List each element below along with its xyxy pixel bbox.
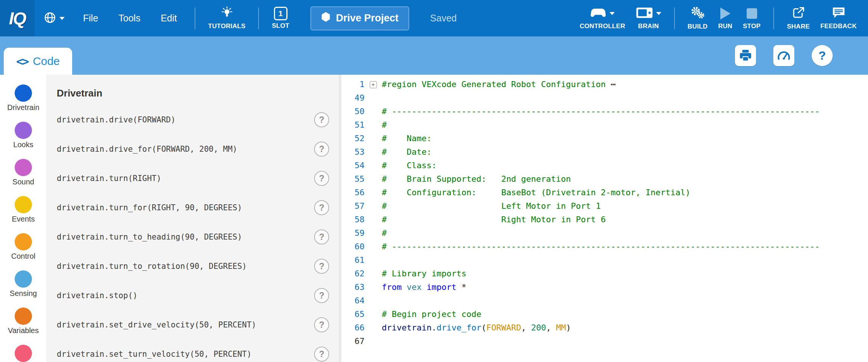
main-content: Drivetrain Looks Sound Events Control Se… — [0, 75, 868, 362]
command-item[interactable]: drivetrain.turn_to_heading(90, DEGREES) … — [47, 222, 339, 252]
command-item[interactable]: drivetrain.set_turn_velocity(50, PERCENT… — [47, 339, 339, 362]
device-dashboard-button[interactable] — [773, 45, 794, 66]
sidebar-item-events[interactable]: Events — [0, 196, 47, 223]
line-number: 58 — [341, 213, 364, 226]
brain-button[interactable]: BRAIN — [631, 6, 667, 30]
sidebar-item-sound[interactable]: Sound — [0, 159, 47, 186]
print-button[interactable] — [735, 45, 756, 66]
code-text: # — [382, 226, 387, 240]
tab-actions: ? — [735, 45, 833, 66]
fold-gutter: + — [364, 78, 382, 91]
line-number: 67 — [341, 335, 364, 348]
command-item[interactable]: drivetrain.drive(FORWARD) ? — [47, 105, 339, 134]
command-item[interactable]: drivetrain.turn_for(RIGHT, 90, DEGREES) … — [47, 193, 339, 222]
command-help-button[interactable]: ? — [314, 171, 329, 186]
category-color-icon[interactable] — [15, 308, 32, 325]
fold-toggle-icon[interactable]: + — [370, 81, 377, 88]
command-help-button[interactable]: ? — [314, 142, 329, 157]
category-color-icon[interactable] — [15, 122, 32, 139]
top-menu-bar: IQ File Tools Edit TUTORIALS — [0, 0, 868, 36]
language-selector[interactable] — [44, 11, 65, 26]
code-text: # Configuration: BaseBot (Drivetrain 2-m… — [382, 186, 690, 199]
code-line[interactable]: 50 # -----------------------------------… — [341, 105, 868, 118]
command-text: drivetrain.drive(FORWARD) — [57, 115, 175, 124]
category-label: Variables — [8, 326, 39, 335]
sidebar-item-sensing[interactable]: Sensing — [0, 270, 47, 298]
feedback-button[interactable]: FEEDBACK — [815, 6, 862, 30]
stop-button[interactable]: STOP — [738, 6, 766, 30]
code-line[interactable]: 57 # Left Motor in Port 1 — [341, 199, 868, 213]
code-text: # Library imports — [382, 267, 466, 281]
command-item[interactable]: drivetrain.turn_to_rotation(90, DEGREES)… — [47, 252, 339, 281]
code-line[interactable]: 64 — [341, 294, 868, 308]
code-line[interactable]: 63 from vex import * — [341, 281, 868, 294]
code-line[interactable]: 1 + #region VEXcode Generated Robot Conf… — [341, 78, 868, 91]
share-button[interactable]: SHARE — [782, 6, 815, 30]
line-number: 62 — [341, 267, 364, 281]
command-help-button[interactable]: ? — [314, 259, 329, 274]
command-item[interactable]: drivetrain.turn(RIGHT) ? — [47, 164, 339, 193]
sidebar-item-looks[interactable]: Looks — [0, 122, 47, 149]
controller-button[interactable]: CONTROLLER — [575, 6, 631, 30]
category-color-icon[interactable] — [15, 159, 32, 176]
code-line[interactable]: 55 # Brain Supported: 2nd generation — [341, 172, 868, 186]
menu-file[interactable]: File — [73, 13, 108, 24]
project-name-button[interactable]: Drive Project — [310, 6, 409, 30]
command-help-button[interactable]: ? — [314, 317, 329, 332]
code-text: # Name: — [382, 132, 431, 145]
command-item[interactable]: drivetrain.set_drive_velocity(50, PERCEN… — [47, 310, 339, 339]
command-help-button[interactable]: ? — [314, 112, 329, 127]
command-text: drivetrain.turn(RIGHT) — [57, 174, 161, 183]
sidebar-item-drivetrain[interactable]: Drivetrain — [0, 84, 47, 112]
sidebar-item-variables[interactable]: Variables — [0, 308, 47, 335]
code-editor[interactable]: 1 + #region VEXcode Generated Robot Conf… — [341, 75, 868, 362]
category-color-icon[interactable] — [15, 270, 32, 288]
code-line[interactable]: 52 # Name: — [341, 132, 868, 145]
menu-edit[interactable]: Edit — [151, 13, 187, 24]
category-color-icon[interactable] — [15, 84, 32, 102]
code-text: # --------------------------------------… — [382, 105, 820, 118]
category-label: Events — [12, 215, 35, 223]
code-line[interactable]: 58 # Right Motor in Port 6 — [341, 213, 868, 226]
code-line[interactable]: 49 — [341, 91, 868, 105]
command-help-button[interactable]: ? — [314, 288, 329, 303]
command-help-button[interactable]: ? — [314, 229, 329, 244]
controller-label: CONTROLLER — [580, 23, 625, 30]
run-button[interactable]: RUN — [713, 6, 738, 30]
line-number: 63 — [341, 281, 364, 294]
code-line[interactable]: 61 — [341, 253, 868, 267]
fold-gutter — [364, 240, 382, 253]
code-line[interactable]: 67 — [341, 335, 868, 348]
code-text: # Left Motor in Port 1 — [382, 199, 601, 213]
help-button[interactable]: ? — [812, 45, 833, 66]
command-text: drivetrain.turn_to_rotation(90, DEGREES) — [57, 262, 247, 271]
sidebar-item-control[interactable]: Control — [0, 233, 47, 261]
slot-selector[interactable]: 1 SLOT — [266, 7, 295, 30]
fold-gutter — [364, 226, 382, 240]
line-number: 1 — [341, 78, 364, 91]
menu-tools[interactable]: Tools — [108, 13, 150, 24]
code-line[interactable]: 60 # -----------------------------------… — [341, 240, 868, 253]
category-color-icon[interactable] — [15, 233, 32, 250]
sidebar-category[interactable] — [0, 345, 47, 362]
code-line[interactable]: 51 # — [341, 118, 868, 132]
category-color-icon[interactable] — [15, 196, 32, 213]
category-color-icon[interactable] — [15, 345, 32, 362]
tutorials-button[interactable]: TUTORIALS — [203, 6, 251, 30]
command-help-button[interactable]: ? — [314, 200, 329, 215]
code-line[interactable]: 65 # Begin project code — [341, 308, 868, 321]
tab-code[interactable]: <> Code — [4, 48, 72, 75]
command-help-button[interactable]: ? — [314, 347, 329, 362]
code-line[interactable]: 53 # Date: — [341, 145, 868, 159]
command-text: drivetrain.turn_for(RIGHT, 90, DEGREES) — [57, 203, 242, 212]
play-icon — [720, 8, 730, 20]
code-line[interactable]: 56 # Configuration: BaseBot (Drivetrain … — [341, 186, 868, 199]
fold-gutter — [364, 186, 382, 199]
code-line[interactable]: 54 # Class: — [341, 159, 868, 172]
command-item[interactable]: drivetrain.stop() ? — [47, 281, 339, 310]
build-button[interactable]: BUILD — [682, 6, 713, 30]
code-line[interactable]: 62 # Library imports — [341, 267, 868, 281]
command-item[interactable]: drivetrain.drive_for(FORWARD, 200, MM) ? — [47, 134, 339, 164]
code-line[interactable]: 66 drivetrain.drive_for(FORWARD, 200, MM… — [341, 321, 868, 335]
code-line[interactable]: 59 # — [341, 226, 868, 240]
